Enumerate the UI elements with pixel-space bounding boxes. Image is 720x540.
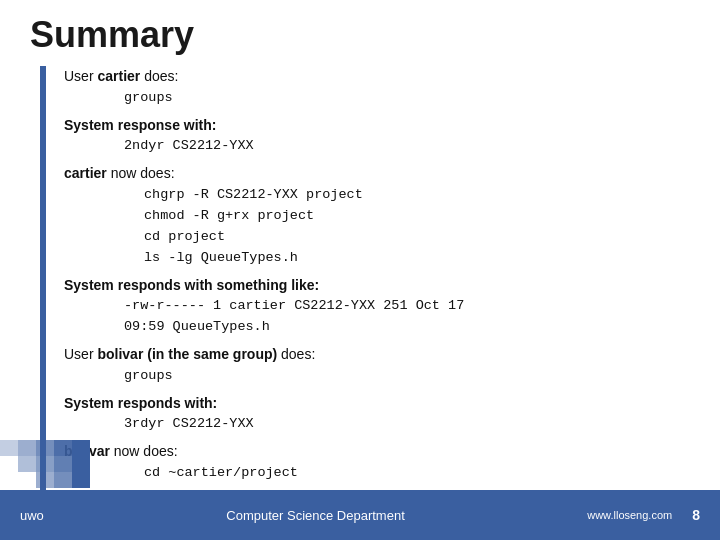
code-cd-cartier: cd ~cartier/project <box>144 463 690 484</box>
label-user-bolivar: User bolivar (in the same group) does: <box>64 346 315 362</box>
code-ls: ls -lg QueueTypes.h <box>144 248 690 269</box>
label-cartier-now: cartier now does: <box>64 165 175 181</box>
label-user-cartier: User cartier does: <box>64 68 178 84</box>
code-groups-1: groups <box>124 88 690 109</box>
code-groups-2: groups <box>124 366 690 387</box>
page: Summary User cartier does: groups System… <box>0 0 720 540</box>
label-system-response: System response with: <box>64 117 217 133</box>
label-system-responds-like: System responds with something like: <box>64 277 319 293</box>
footer-left: uwo <box>20 508 44 523</box>
footer-logo: www.lloseng.com <box>587 509 672 521</box>
code-rw-line: -rw-r----- 1 cartier CS2212-YXX 251 Oct … <box>124 296 690 317</box>
code-time-line: 09:59 QueueTypes.h <box>124 317 690 338</box>
content-area: User cartier does: groups System respons… <box>40 66 690 518</box>
section-system-response: System response with: 2ndyr CS2212-YXX <box>64 115 690 158</box>
code-2ndyr: 2ndyr CS2212-YXX <box>124 136 690 157</box>
code-3rdyr: 3rdyr CS2212-YXX <box>124 414 690 435</box>
page-title: Summary <box>30 14 690 56</box>
section-system-responds-like: System responds with something like: -rw… <box>64 275 690 339</box>
section-bolivar-now-does: bolivar now does: cd ~cartier/project <box>64 441 690 484</box>
footer-center: Computer Science Department <box>44 508 587 523</box>
section-cartier-now-does: cartier now does: chgrp -R CS2212-YXX pr… <box>64 163 690 268</box>
section-system-responds-with: System responds with: 3rdyr CS2212-YXX <box>64 393 690 436</box>
code-chgrp: chgrp -R CS2212-YXX project <box>144 185 690 206</box>
footer-right: 8 <box>692 507 700 523</box>
section-user-cartier-does: User cartier does: groups <box>64 66 690 109</box>
footer: uwo Computer Science Department www.llos… <box>0 490 720 540</box>
label-system-responds-with: System responds with: <box>64 395 217 411</box>
section-user-bolivar: User bolivar (in the same group) does: g… <box>64 344 690 387</box>
main-content: User cartier does: groups System respons… <box>64 66 690 518</box>
grid-decoration <box>0 440 90 490</box>
code-chmod: chmod -R g+rx project <box>144 206 690 227</box>
code-cd-project: cd project <box>144 227 690 248</box>
